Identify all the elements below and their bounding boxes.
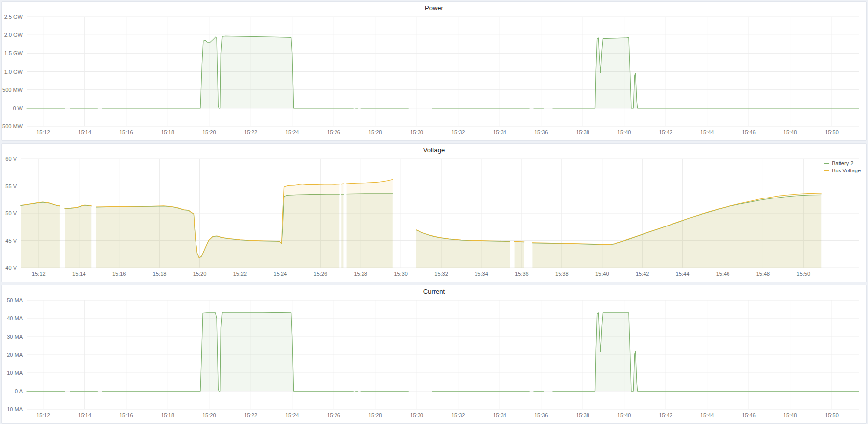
y-tick-label: 1.0 GW — [4, 69, 23, 75]
x-tick-label: 15:50 — [797, 271, 811, 277]
x-tick-label: 15:44 — [700, 129, 714, 135]
y-tick-label: 20 MA — [7, 352, 23, 358]
series-area — [96, 184, 340, 268]
x-tick-label: 15:50 — [825, 412, 839, 418]
x-tick-label: 15:46 — [742, 412, 756, 418]
x-tick-label: 15:42 — [636, 271, 649, 277]
y-tick-label: 0 W — [13, 105, 23, 111]
y-tick-label: 60 V — [5, 156, 17, 162]
x-tick-label: 15:40 — [617, 129, 631, 135]
x-tick-label: 15:50 — [825, 129, 839, 135]
x-tick-label: 15:12 — [32, 271, 46, 277]
series-bus-voltage — [21, 179, 821, 268]
legend-item-battery-2[interactable]: Battery 2 — [824, 160, 861, 166]
y-tick-label: 50 MA — [7, 298, 23, 303]
x-tick-label: 15:48 — [784, 129, 797, 135]
x-tick-label: 15:32 — [451, 129, 465, 135]
y-tick-label: 2.0 GW — [4, 32, 23, 38]
x-tick-label: 15:46 — [742, 129, 756, 135]
x-tick-label: 15:12 — [36, 412, 50, 418]
voltage-chart[interactable]: 60 V55 V50 V45 V40 V15:1215:1415:1615:18… — [2, 156, 866, 282]
x-tick-label: 15:34 — [493, 412, 506, 418]
gridlines — [27, 17, 859, 126]
x-tick-label: 15:36 — [515, 271, 529, 277]
x-tick-label: 15:38 — [576, 129, 589, 135]
x-tick-label: 15:12 — [36, 129, 50, 135]
power-panel: Power 2.5 GW2.0 GW1.5 GW1.0 GW500 MW0 W-… — [1, 1, 867, 141]
y-tick-label: 10 MA — [7, 370, 23, 376]
x-tick-label: 15:16 — [119, 412, 133, 418]
x-tick-label: 15:42 — [659, 412, 672, 418]
y-tick-label: 50 V — [5, 210, 17, 216]
x-tick-label: 15:18 — [161, 412, 174, 418]
series-battery-2 — [27, 36, 859, 108]
series-battery-2 — [27, 312, 859, 391]
axis-labels: 50 MA40 MA30 MA20 MA10 MA0 A-10 MA15:121… — [5, 298, 839, 418]
y-tick-label: 1.5 GW — [4, 50, 23, 56]
battery-2-series-swatch — [824, 163, 829, 164]
power-panel-title[interactable]: Power — [2, 2, 866, 14]
current-panel: Current 50 MA40 MA30 MA20 MA10 MA0 A-10 … — [1, 285, 867, 424]
y-tick-label: 40 MA — [7, 315, 23, 321]
x-tick-label: 15:24 — [285, 412, 299, 418]
voltage-legend: Battery 2 Bus Voltage — [824, 160, 861, 173]
x-tick-label: 15:14 — [78, 412, 92, 418]
x-tick-label: 15:24 — [274, 271, 287, 277]
x-tick-label: 15:34 — [493, 129, 506, 135]
series-area — [515, 241, 524, 268]
x-tick-label: 15:36 — [534, 129, 548, 135]
x-tick-label: 15:28 — [354, 271, 367, 277]
x-tick-label: 15:46 — [716, 271, 730, 277]
legend-label: Battery 2 — [832, 160, 853, 166]
x-tick-label: 15:14 — [72, 271, 86, 277]
x-tick-label: 15:22 — [244, 129, 257, 135]
voltage-plot[interactable]: 60 V55 V50 V45 V40 V15:1215:1415:1615:18… — [2, 156, 865, 282]
x-tick-label: 15:20 — [202, 129, 216, 135]
y-tick-label: 55 V — [5, 183, 17, 189]
x-tick-label: 15:18 — [153, 271, 167, 277]
x-tick-label: 15:20 — [193, 271, 207, 277]
x-tick-label: 15:16 — [119, 129, 133, 135]
x-tick-label: 15:36 — [534, 412, 548, 418]
y-tick-label: 45 V — [5, 238, 17, 244]
current-chart[interactable]: 50 MA40 MA30 MA20 MA10 MA0 A-10 MA15:121… — [2, 298, 866, 423]
x-tick-label: 15:44 — [700, 412, 714, 418]
x-tick-label: 15:38 — [555, 271, 569, 277]
series-area — [553, 313, 859, 391]
y-tick-label: 2.5 GW — [4, 14, 23, 20]
series-area — [341, 184, 343, 268]
x-tick-label: 15:18 — [161, 129, 174, 135]
x-tick-label: 15:40 — [595, 271, 609, 277]
series-area — [21, 202, 60, 268]
x-tick-label: 15:44 — [676, 271, 690, 277]
x-tick-label: 15:32 — [434, 271, 448, 277]
series-area — [102, 36, 353, 108]
x-tick-label: 15:48 — [784, 412, 797, 418]
y-tick-label: 30 MA — [7, 334, 23, 339]
x-tick-label: 15:26 — [314, 271, 328, 277]
x-tick-label: 15:14 — [78, 129, 92, 135]
gridlines — [27, 300, 859, 409]
x-tick-label: 15:30 — [394, 271, 408, 277]
voltage-panel: Voltage 60 V55 V50 V45 V40 V15:1215:1415… — [1, 143, 867, 282]
y-tick-label: -500 MW — [2, 123, 23, 129]
series-area — [65, 205, 91, 268]
legend-item-bus-voltage[interactable]: Bus Voltage — [824, 168, 861, 173]
x-tick-label: 15:30 — [410, 412, 423, 418]
x-tick-label: 15:34 — [475, 271, 488, 277]
x-tick-label: 15:20 — [202, 412, 216, 418]
x-tick-label: 15:22 — [233, 271, 247, 277]
power-plot[interactable]: 2.5 GW2.0 GW1.5 GW1.0 GW500 MW0 W-500 MW… — [2, 14, 865, 140]
current-panel-title[interactable]: Current — [2, 285, 866, 298]
voltage-panel-title[interactable]: Voltage — [2, 144, 866, 156]
series-line — [515, 241, 524, 242]
power-chart[interactable]: 2.5 GW2.0 GW1.5 GW1.0 GW500 MW0 W-500 MW… — [2, 14, 866, 140]
x-tick-label: 15:28 — [368, 129, 382, 135]
y-tick-label: -10 MA — [5, 406, 23, 412]
x-tick-label: 15:48 — [756, 271, 770, 277]
y-tick-label: 40 V — [5, 265, 17, 271]
y-tick-label: 500 MW — [2, 87, 23, 93]
current-plot[interactable]: 50 MA40 MA30 MA20 MA10 MA0 A-10 MA15:121… — [2, 298, 865, 423]
x-tick-label: 15:32 — [451, 412, 465, 418]
x-tick-label: 15:30 — [410, 129, 423, 135]
